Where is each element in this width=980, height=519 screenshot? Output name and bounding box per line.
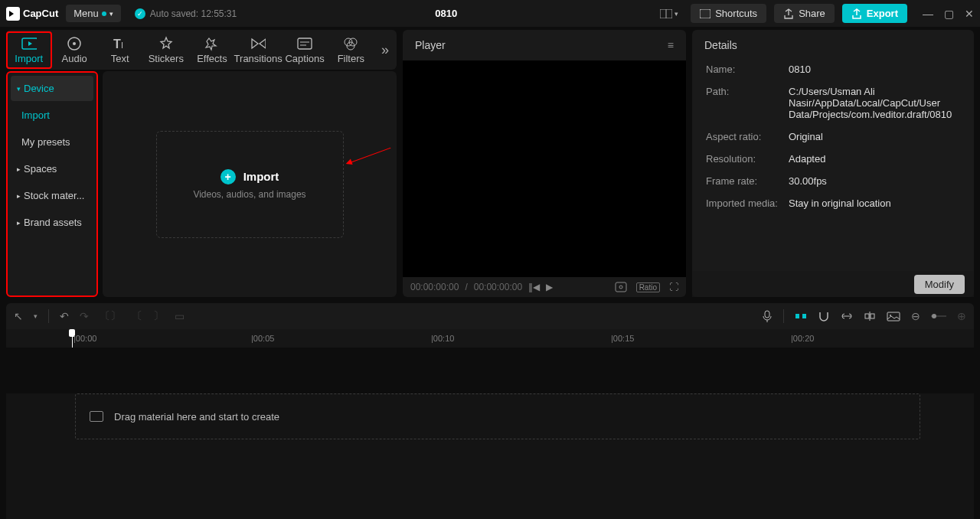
fullscreen-button[interactable]: ⛶ <box>669 282 678 292</box>
separator <box>48 309 49 323</box>
sidebar-label: Import <box>21 109 50 121</box>
autosave-text: Auto saved: 12:55:31 <box>150 8 237 19</box>
maximize-button[interactable]: ▢ <box>944 8 954 20</box>
pointer-dropdown[interactable]: ▾ <box>34 312 38 320</box>
player-controls: 00:00:00:00 / 00:00:00:00 ‖◀ ▶ Ratio ⛶ <box>403 277 686 297</box>
share-icon <box>783 8 794 19</box>
split-button[interactable]: 〔〕 <box>100 309 121 323</box>
text-icon: TI <box>113 36 128 51</box>
player-menu-icon[interactable]: ≡ <box>668 39 674 51</box>
sidebar-item-stock[interactable]: ▸Stock mater... <box>11 183 93 208</box>
tab-import[interactable]: Import <box>6 31 52 69</box>
layout-button[interactable]: ▾ <box>655 7 683 21</box>
zoom-in-button[interactable]: ⊕ <box>957 310 966 322</box>
undo-button[interactable]: ↶ <box>60 310 69 322</box>
left-panel: Import Audio TI Text Stickers Effects Tr… <box>6 30 397 297</box>
sidebar-item-device[interactable]: ▾Device <box>11 76 93 101</box>
export-button[interactable]: Export <box>842 4 907 23</box>
timeline-panel: ↖ ▾ ↶ ↷ 〔〕 〔 〕 ▭ ⊖ ⊕ |00:00 |00:05 |00:1… <box>6 303 974 519</box>
shortcuts-button[interactable]: Shortcuts <box>691 4 766 23</box>
empty-track[interactable]: Drag material here and start to create <box>75 393 920 439</box>
tab-filters[interactable]: Filters <box>328 33 374 67</box>
play-button[interactable]: ▶ <box>546 282 553 292</box>
project-title: 0810 <box>244 8 648 19</box>
import-subtitle: Videos, audios, and images <box>193 189 305 200</box>
shortcuts-label: Shortcuts <box>715 8 757 19</box>
tab-text[interactable]: TI Text <box>97 33 142 67</box>
svg-point-5 <box>73 42 76 45</box>
tab-label: Captions <box>285 53 324 64</box>
player-title: Player <box>415 39 446 51</box>
player-time-current: 00:00:00:00 <box>410 282 459 292</box>
pointer-tool[interactable]: ↖ <box>14 310 23 322</box>
menu-button[interactable]: Menu ▾ <box>66 5 121 22</box>
ratio-button[interactable]: Ratio <box>636 282 660 292</box>
details-header: Details <box>692 30 974 60</box>
mic-button[interactable] <box>762 310 773 322</box>
tab-label: Stickers <box>149 53 184 64</box>
detail-value: C:/Users/Usman Ali Nasir/AppData/Local/C… <box>789 86 960 120</box>
ruler-mark: |00:05 <box>251 329 274 348</box>
svg-text:I: I <box>121 41 123 50</box>
timeline-tracks[interactable]: Drag material here and start to create <box>6 393 974 519</box>
trim-right-button[interactable]: 〕 <box>153 309 164 323</box>
timeline-ruler[interactable]: |00:00 |00:05 |00:10 |00:15 |00:20 <box>6 329 974 348</box>
tab-label: Audio <box>62 53 87 64</box>
magnet-main-button[interactable] <box>795 312 807 321</box>
share-button[interactable]: Share <box>774 4 835 23</box>
stickers-icon <box>158 36 174 51</box>
detail-value: Stay in original location <box>789 197 960 209</box>
playhead[interactable] <box>72 329 73 348</box>
import-box[interactable]: + Import Videos, audios, and images <box>156 131 344 238</box>
sidebar-label: My presets <box>21 136 70 148</box>
sidebar-item-presets[interactable]: My presets <box>11 129 93 155</box>
svg-rect-14 <box>616 282 626 292</box>
prev-frame-button[interactable]: ‖◀ <box>528 282 540 292</box>
time-separator: / <box>465 282 467 292</box>
separator <box>783 309 784 323</box>
link-button[interactable] <box>841 312 853 320</box>
tab-captions[interactable]: Captions <box>282 33 328 67</box>
redo-button[interactable]: ↷ <box>80 310 89 322</box>
tab-stickers[interactable]: Stickers <box>142 33 189 67</box>
plus-icon: + <box>220 169 236 184</box>
preview-axis-button[interactable] <box>864 311 876 322</box>
tab-transitions[interactable]: Transitions <box>235 33 282 67</box>
main-area: Import Audio TI Text Stickers Effects Tr… <box>0 27 980 297</box>
detail-label: Frame rate: <box>706 175 789 187</box>
magnet-button[interactable] <box>818 311 830 322</box>
cover-button[interactable] <box>887 312 900 322</box>
sidebar-label: Brand assets <box>24 217 82 228</box>
modify-bar: Modify <box>692 271 974 297</box>
sidebar-label: Spaces <box>24 163 57 175</box>
share-label: Share <box>799 8 825 19</box>
svg-point-15 <box>619 286 622 289</box>
trim-left-button[interactable]: 〔 <box>132 309 142 323</box>
snapshot-button[interactable] <box>615 282 627 292</box>
delete-button[interactable]: ▭ <box>175 310 185 322</box>
titlebar-right: ▾ Shortcuts Share Export — ▢ ✕ <box>655 4 974 23</box>
detail-row-media: Imported media:Stay in original location <box>706 197 960 209</box>
sidebar-item-import[interactable]: Import <box>11 103 93 128</box>
details-body: Name:0810 Path:C:/Users/Usman Ali Nasir/… <box>692 60 974 212</box>
tabs-more-button[interactable]: » <box>374 42 397 58</box>
svg-text:T: T <box>113 38 121 51</box>
details-panel: Details Name:0810 Path:C:/Users/Usman Al… <box>692 30 974 297</box>
sidebar-item-spaces[interactable]: ▸Spaces <box>11 156 93 181</box>
caret-right-icon: ▸ <box>17 219 21 227</box>
tab-audio[interactable]: Audio <box>52 33 97 67</box>
sidebar-item-brand[interactable]: ▸Brand assets <box>11 210 93 235</box>
zoom-slider[interactable] <box>931 312 946 320</box>
ruler-mark: |00:10 <box>431 329 454 348</box>
close-button[interactable]: ✕ <box>965 8 974 20</box>
detail-row-name: Name:0810 <box>706 64 960 75</box>
tab-effects[interactable]: Effects <box>189 33 234 67</box>
modify-button[interactable]: Modify <box>914 275 965 294</box>
import-drop-area[interactable]: + Import Videos, audios, and images <box>103 71 397 297</box>
zoom-out-button[interactable]: ⊖ <box>911 310 920 322</box>
detail-label: Path: <box>706 86 789 120</box>
capcut-icon <box>6 7 20 21</box>
minimize-button[interactable]: — <box>923 8 933 20</box>
tab-label: Text <box>111 53 129 64</box>
player-viewport[interactable] <box>403 60 686 277</box>
